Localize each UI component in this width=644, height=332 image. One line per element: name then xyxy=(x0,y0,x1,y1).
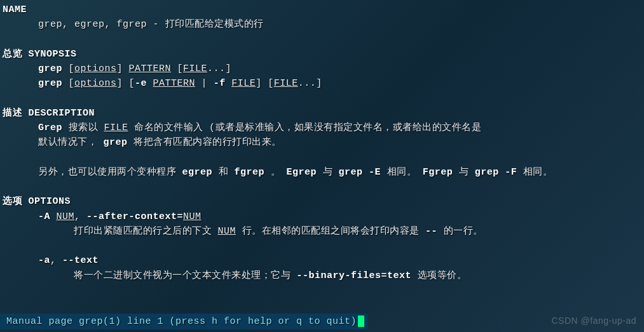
option-A-description: 打印出紧随匹配的行之后的下文 NUM 行。在相邻的匹配组之间将会打印内容是 --… xyxy=(3,224,641,239)
cursor-icon xyxy=(358,315,364,327)
description-line-2: 默认情况下， grep 将把含有匹配内容的行打印出来。 xyxy=(3,135,641,150)
manpage-body[interactable]: NAME grep, egrep, fgrep - 打印匹配给定模式的行 总览 … xyxy=(0,0,644,283)
section-header-synopsis: 总览 SYNOPSIS xyxy=(3,47,641,62)
pager-statusbar[interactable]: Manual page grep(1) line 1 (press h for … xyxy=(0,314,368,329)
synopsis-line-2: grep [options] [-e PATTERN | -f FILE] [F… xyxy=(3,76,641,91)
section-header-options: 选项 OPTIONS xyxy=(3,194,641,209)
statusbar-text: Manual page grep(1) line 1 (press h for … xyxy=(6,314,357,329)
description-line-1: Grep 搜索以 FILE 命名的文件输入 (或者是标准输入，如果没有指定文件名… xyxy=(3,121,641,135)
section-header-description: 描述 DESCRIPTION xyxy=(3,106,641,121)
option-a-description: 将一个二进制文件视为一个文本文件来处理；它与 --binary-files=te… xyxy=(3,269,641,283)
description-line-3: 另外，也可以使用两个变种程序 egrep 和 fgrep 。 Egrep 与 g… xyxy=(3,165,641,180)
watermark-text: CSDN @fang-up-ad xyxy=(552,314,637,328)
synopsis-line-1: grep [options] PATTERN [FILE...] xyxy=(3,62,641,76)
name-line: grep, egrep, fgrep - 打印匹配给定模式的行 xyxy=(3,17,641,32)
option-A-flag-line: -A NUM, --after-context=NUM xyxy=(3,209,641,224)
section-header-name: NAME xyxy=(3,3,641,17)
option-a-flag-line: -a, --text xyxy=(3,253,641,268)
